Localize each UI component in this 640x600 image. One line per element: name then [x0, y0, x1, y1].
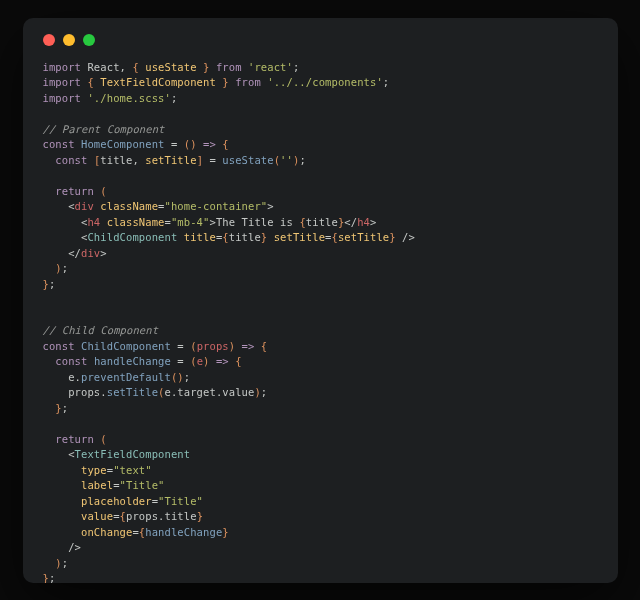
punct: ;: [49, 572, 55, 583]
punct: ,: [132, 154, 145, 166]
identifier: handleChange: [145, 526, 222, 538]
keyword-const: const: [43, 138, 82, 150]
keyword-from: from: [235, 76, 267, 88]
jsx-text: The Title is: [216, 216, 299, 228]
text: ,: [120, 61, 133, 73]
identifier: title: [100, 154, 132, 166]
op: =: [171, 355, 190, 367]
brace: {: [235, 355, 241, 367]
identifier: props: [126, 510, 158, 522]
jsx-bracket: >: [267, 200, 273, 212]
brace: {: [87, 76, 100, 88]
punct: ;: [299, 154, 305, 166]
parens: (): [171, 371, 184, 383]
punct: ;: [62, 557, 68, 569]
keyword-const: const: [43, 340, 82, 352]
op: =: [171, 340, 190, 352]
string: './home.scss': [87, 92, 170, 104]
parens: (: [100, 433, 106, 445]
op: =: [203, 154, 222, 166]
jsx-bracket: <: [43, 448, 75, 460]
close-icon[interactable]: [43, 34, 55, 46]
jsx-tag: div: [75, 200, 94, 212]
code-block: import React, { useState } from 'react';…: [43, 60, 598, 583]
jsx-attr: className: [100, 216, 164, 228]
punct: ;: [49, 278, 55, 290]
op: =: [165, 138, 184, 150]
parens: ): [43, 262, 62, 274]
jsx-bracket: >: [370, 216, 376, 228]
punct: ;: [184, 371, 190, 383]
string: 'react': [248, 61, 293, 73]
identifier: useState: [145, 61, 196, 73]
jsx-tag: h4: [357, 216, 370, 228]
parens: ): [43, 557, 62, 569]
maximize-icon[interactable]: [83, 34, 95, 46]
identifier: TextFieldComponent: [100, 76, 216, 88]
string: "Title": [120, 479, 165, 491]
identifier: props: [43, 386, 101, 398]
string: "home-container": [165, 200, 268, 212]
jsx-tag: h4: [87, 216, 100, 228]
jsx-attr: label: [43, 479, 114, 491]
jsx-attr: type: [43, 464, 107, 476]
fn-name: handleChange: [94, 355, 171, 367]
prop: target: [177, 386, 216, 398]
minimize-icon[interactable]: [63, 34, 75, 46]
text: React: [81, 61, 120, 73]
jsx-attr: setTitle: [267, 231, 325, 243]
keyword-const: const: [43, 355, 94, 367]
keyword-return: return: [43, 185, 101, 197]
keyword-return: return: [43, 433, 101, 445]
jsx-bracket: <: [43, 200, 75, 212]
prop: value: [222, 386, 254, 398]
identifier: setTitle: [338, 231, 389, 243]
jsx-attr: onChange: [43, 526, 133, 538]
punct: ;: [261, 386, 267, 398]
string: '': [280, 154, 293, 166]
identifier: setTitle: [145, 154, 196, 166]
punct: ;: [171, 92, 177, 104]
parens: (: [100, 185, 106, 197]
string: "Title": [158, 495, 203, 507]
punct: ;: [383, 76, 389, 88]
brace: {: [261, 340, 267, 352]
jsx-bracket: </: [43, 247, 82, 259]
brace: }: [222, 526, 228, 538]
keyword-import: import: [43, 61, 82, 73]
string: "mb-4": [171, 216, 210, 228]
method: setTitle: [107, 386, 158, 398]
keyword-import: import: [43, 76, 88, 88]
code-window: import React, { useState } from 'react';…: [23, 18, 618, 583]
prop: title: [165, 510, 197, 522]
keyword-from: from: [216, 61, 248, 73]
arrow: =>: [235, 340, 261, 352]
arrow: =>: [209, 355, 235, 367]
jsx-attr: title: [177, 231, 216, 243]
param: props: [197, 340, 229, 352]
string: '../../components': [267, 76, 383, 88]
brace: }: [216, 76, 235, 88]
jsx-attr: value: [43, 510, 114, 522]
identifier: e: [43, 371, 75, 383]
punct: ;: [62, 262, 68, 274]
identifier: title: [306, 216, 338, 228]
method: preventDefault: [81, 371, 171, 383]
comment: // Parent Component: [43, 123, 165, 135]
punct: ;: [293, 61, 299, 73]
keyword-const: const: [43, 154, 94, 166]
brace: {: [222, 138, 228, 150]
identifier: title: [229, 231, 261, 243]
jsx-bracket: </: [344, 216, 357, 228]
brace: {: [132, 61, 145, 73]
jsx-tag: div: [81, 247, 100, 259]
brace: }: [43, 402, 62, 414]
jsx-bracket: />: [43, 541, 82, 553]
component-name: ChildComponent: [81, 340, 171, 352]
jsx-attr: className: [94, 200, 158, 212]
jsx-attr: placeholder: [43, 495, 152, 507]
string: "text": [113, 464, 152, 476]
jsx-bracket: />: [396, 231, 415, 243]
jsx-component: TextFieldComponent: [75, 448, 191, 460]
parens: (): [184, 138, 197, 150]
